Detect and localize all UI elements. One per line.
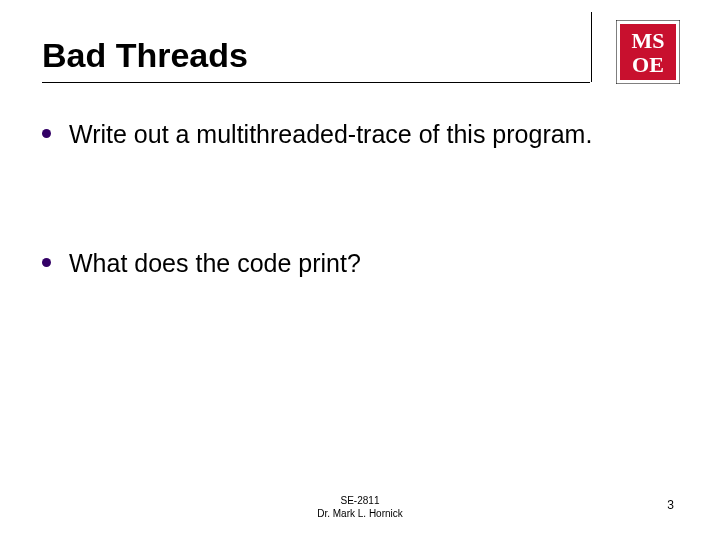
footer-course: SE-2811: [0, 494, 720, 507]
bullet-icon: [42, 129, 51, 138]
page-number: 3: [667, 498, 674, 512]
bullet-icon: [42, 258, 51, 267]
slide-body: Write out a multithreaded-trace of this …: [42, 118, 660, 375]
logo-top-text: MS: [632, 28, 665, 53]
title-underline: [42, 82, 590, 83]
footer-author: Dr. Mark L. Hornick: [0, 507, 720, 520]
bullet-text: Write out a multithreaded-trace of this …: [69, 118, 592, 151]
logo-bottom-text: OE: [632, 52, 664, 77]
slide-title: Bad Threads: [42, 36, 248, 83]
list-item: Write out a multithreaded-trace of this …: [42, 118, 660, 151]
bullet-text: What does the code print?: [69, 247, 361, 280]
msoe-logo: MS OE: [616, 20, 680, 84]
slide-footer: SE-2811 Dr. Mark L. Hornick: [0, 494, 720, 520]
list-item: What does the code print?: [42, 247, 660, 280]
